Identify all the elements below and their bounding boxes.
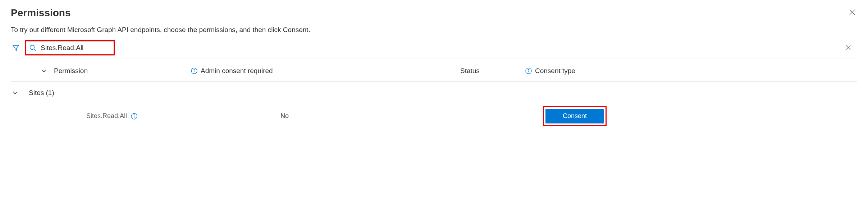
svg-line-3 [34,49,36,51]
clear-search-button[interactable] [843,44,853,52]
description-text: To try out different Microsoft Graph API… [11,26,857,34]
group-row[interactable]: Sites (1) [11,82,857,101]
svg-point-2 [30,45,35,50]
group-label: Sites (1) [29,89,54,97]
info-icon[interactable] [191,67,198,75]
permission-name: Sites.Read.All [86,112,127,120]
column-permission[interactable]: Permission [54,67,191,75]
table-row: Sites.Read.All No Consent [11,101,857,131]
search-box[interactable] [25,41,857,55]
column-consent-type[interactable]: Consent type [535,67,575,75]
close-button[interactable] [847,7,857,19]
consent-highlight-annotation: Consent [543,106,607,126]
svg-point-8 [194,69,195,70]
info-icon[interactable] [131,113,138,120]
column-status[interactable]: Status [460,67,525,75]
column-admin-consent[interactable]: Admin consent required [201,67,273,75]
page-title: Permissions [11,7,71,19]
svg-point-11 [528,69,529,70]
info-icon[interactable] [525,67,532,75]
search-icon [29,44,36,51]
search-input[interactable] [41,44,843,52]
admin-consent-value: No [280,112,453,120]
chevron-down-icon[interactable] [41,68,47,74]
svg-point-14 [134,114,134,115]
table-header: Permission Admin consent required Status… [11,59,857,82]
consent-button[interactable]: Consent [545,109,604,123]
filter-icon[interactable] [11,43,21,53]
chevron-down-icon[interactable] [12,90,18,96]
